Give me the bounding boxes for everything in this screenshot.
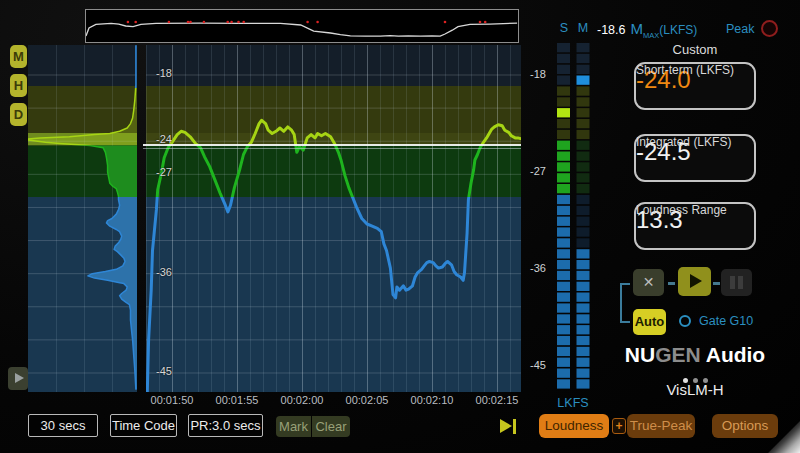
mark-button[interactable]: Mark — [276, 416, 311, 437]
time-axis-tick-label: 00:01:55 — [205, 394, 269, 406]
vislm-plugin-window: M H D S M LKFS -18.6MMAX(LKFS) Peak Cust… — [0, 0, 800, 453]
tab-options[interactable]: Options — [712, 414, 778, 438]
mode-m-button[interactable]: M — [10, 45, 27, 68]
loudness-distribution-panel — [28, 45, 137, 392]
program-overview-strip[interactable] — [85, 9, 519, 43]
skip-to-end-icon — [500, 419, 512, 433]
time-axis-tick-label: 00:01:50 — [140, 394, 204, 406]
mode-d-button[interactable]: D — [10, 103, 27, 126]
meter-s-header: S — [557, 21, 571, 35]
momentary-max-readout: -18.6MMAX(LKFS) — [597, 20, 697, 40]
logo-gen: GEN — [655, 343, 701, 366]
gate-label: Gate G10 — [699, 314, 753, 328]
pr-setting-selector[interactable]: PR:3.0 secs — [188, 414, 263, 437]
pause-icon — [738, 276, 743, 289]
time-axis-tick-label: 00:02:15 — [465, 394, 529, 406]
meter-scale-label: -27 — [520, 165, 546, 177]
gate-radio-indicator[interactable] — [679, 315, 691, 327]
transport-connector — [713, 282, 720, 285]
time-axis-tick-label: 00:02:00 — [270, 394, 334, 406]
time-axis-tick-label: 00:02:05 — [335, 394, 399, 406]
loudness-history-graph[interactable] — [146, 45, 521, 392]
tab-loudness[interactable]: Loudness — [539, 414, 609, 438]
y-axis-tick-label: -45 — [156, 365, 172, 377]
auto-button[interactable]: Auto — [633, 309, 666, 335]
play-icon — [15, 373, 24, 383]
play-icon — [690, 274, 702, 288]
short-term-readout[interactable]: -24.0 Short-term (LKFS) — [634, 62, 756, 110]
add-view-button[interactable]: + — [612, 418, 626, 434]
pause-button[interactable] — [721, 269, 752, 296]
skip-to-end-icon-bar — [513, 419, 516, 434]
mode-h-button[interactable]: H — [10, 74, 27, 97]
skip-to-end-button[interactable] — [500, 419, 518, 434]
history-playback-button[interactable] — [8, 367, 28, 390]
sm-level-meter — [557, 43, 590, 393]
tab-true-peak[interactable]: True-Peak — [627, 414, 695, 438]
mmax-value: -18.6 — [597, 23, 626, 37]
short-term-label: Short-term (LKFS) — [636, 64, 734, 77]
y-axis-tick-label: -36 — [156, 266, 172, 278]
y-axis-tick-label: -27 — [156, 166, 172, 178]
time-axis-tick-label: 00:02:10 — [400, 394, 464, 406]
transport-connector — [668, 282, 675, 285]
peak-label: Peak — [726, 22, 755, 36]
meter-scale-label: -36 — [520, 262, 546, 274]
meter-m-header: M — [576, 21, 590, 35]
y-axis-tick-label: -24 — [156, 133, 172, 145]
loudness-range-label: Loudness Range — [636, 204, 727, 217]
play-button[interactable] — [678, 267, 711, 296]
mmax-m: M — [631, 20, 644, 37]
overview-waveform — [86, 10, 518, 42]
integrated-readout[interactable]: -24.5 Integrated (LKFS) — [634, 134, 756, 182]
integrated-label: Integrated (LKFS) — [636, 136, 731, 149]
target-loudness-line-secondary — [143, 148, 521, 149]
clear-button[interactable]: Clear — [312, 416, 350, 437]
meter-unit-label: LKFS — [550, 396, 596, 410]
mmax-unit: (LKFS) — [659, 23, 697, 37]
reset-button[interactable]: ✕ — [633, 269, 664, 296]
mmax-sub: MAX — [643, 31, 659, 40]
meter-scale-label: -18 — [520, 68, 546, 80]
logo-audio: Audio — [701, 343, 766, 366]
meter-scale-label: -45 — [520, 359, 546, 371]
time-window-selector[interactable]: 30 secs — [28, 414, 98, 437]
auto-link-bracket — [620, 283, 630, 323]
logo-nu: NU — [625, 343, 655, 366]
pause-icon — [730, 276, 735, 289]
product-name: VisLM-H — [610, 381, 780, 398]
y-axis-tick-label: -18 — [156, 67, 172, 79]
timecode-mode-selector[interactable]: Time Code — [110, 414, 177, 437]
preset-name[interactable]: Custom — [634, 42, 756, 57]
loudness-range-readout[interactable]: 13.3 Loudness Range — [634, 202, 756, 250]
nugen-audio-logo: NUGEN Audio — [610, 343, 780, 367]
target-loudness-line — [143, 144, 521, 146]
peak-indicator-lamp[interactable] — [761, 20, 778, 37]
